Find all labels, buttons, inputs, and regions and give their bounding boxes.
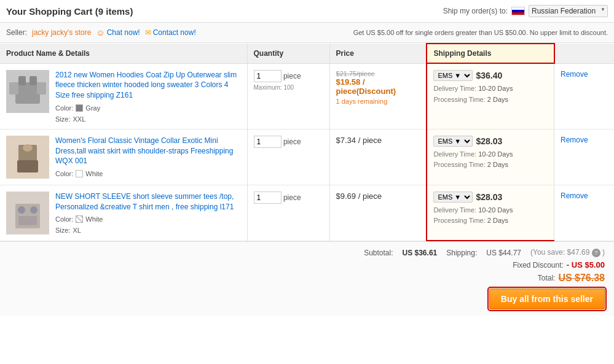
product-color-1: Color: Gray bbox=[55, 104, 241, 112]
product-thumb-2 bbox=[6, 136, 49, 179]
delivery-time-1: 10-20 Days bbox=[478, 85, 513, 92]
svg-rect-3 bbox=[30, 76, 37, 85]
remove-button-2[interactable]: Remove bbox=[561, 136, 588, 144]
original-price-1: $21.75/piece bbox=[336, 70, 420, 77]
country-select[interactable]: Russian Federation bbox=[529, 5, 608, 17]
remove-button-3[interactable]: Remove bbox=[561, 192, 588, 200]
subtotal-label: Subtotal: bbox=[364, 249, 393, 257]
delivery-label-3: Delivery Time: bbox=[433, 206, 478, 214]
remove-button-1[interactable]: Remove bbox=[561, 70, 588, 79]
mail-icon: ✉ bbox=[145, 28, 151, 37]
color-value-1: Gray bbox=[85, 104, 100, 112]
seller-info: Seller: jacky jacky's store ☺ Chat now! … bbox=[6, 28, 196, 37]
size-value-1: XXL bbox=[73, 115, 85, 123]
col-header-action bbox=[554, 44, 614, 63]
product-title-3[interactable]: NEW SHORT SLEEVE short sleeve summer tee… bbox=[55, 192, 241, 212]
remaining-1: 1 days remaining bbox=[336, 98, 420, 105]
product-info-3: NEW SHORT SLEEVE short sleeve summer tee… bbox=[55, 192, 241, 234]
qty-cell-2: piece bbox=[247, 129, 329, 185]
contact-now-button[interactable]: ✉ Contact now! bbox=[145, 28, 196, 37]
svg-rect-14 bbox=[18, 216, 37, 225]
seller-name-link[interactable]: jacky jacky's store bbox=[32, 28, 91, 37]
regular-price-3: $9.69 / piece bbox=[336, 192, 420, 201]
table-header-row: Product Name & Details Quantity Price Sh… bbox=[0, 44, 614, 63]
svg-point-8 bbox=[23, 144, 33, 152]
table-row: 2012 new Women Hoodies Coat Zip Up Outer… bbox=[0, 63, 614, 129]
qty-input-3[interactable] bbox=[254, 192, 281, 204]
shipping-details-2: Delivery Time: 10-20 Days Processing Tim… bbox=[433, 149, 548, 171]
savings-label: (You save: $47.69 bbox=[530, 248, 589, 257]
size-label-3: Size: bbox=[55, 227, 70, 234]
svg-rect-5 bbox=[37, 82, 46, 95]
action-cell-1: Remove bbox=[554, 63, 614, 129]
shipping-method-select-2[interactable]: EMS ▼ bbox=[433, 136, 473, 147]
product-title-1[interactable]: 2012 new Women Hoodies Coat Zip Up Outer… bbox=[55, 70, 241, 101]
shipping-price-2: $28.03 bbox=[476, 136, 502, 146]
savings-help-icon[interactable]: ? bbox=[592, 249, 600, 257]
chat-now-button[interactable]: ☺ Chat now! bbox=[96, 28, 140, 37]
product-thumb-3 bbox=[6, 192, 49, 234]
product-title-2[interactable]: Women's Floral Classic Vintage Collar Ex… bbox=[55, 136, 241, 166]
shipping-summary-value: US $44.77 bbox=[486, 249, 521, 257]
product-color-2: Color: White bbox=[55, 170, 241, 177]
color-swatch-2 bbox=[76, 170, 83, 177]
processing-time-3: 2 Days bbox=[487, 217, 508, 224]
chat-icon: ☺ bbox=[96, 28, 104, 37]
product-size-3: Size: XL bbox=[55, 227, 241, 234]
shipping-method-select-3[interactable]: EMS ▼ bbox=[433, 192, 473, 203]
svg-rect-2 bbox=[18, 76, 26, 85]
product-image-3 bbox=[6, 192, 49, 234]
qty-unit-3: piece bbox=[283, 193, 301, 202]
color-swatch-1 bbox=[76, 104, 83, 112]
shipping-price-3: $28.03 bbox=[476, 192, 502, 202]
svg-rect-4 bbox=[9, 82, 18, 95]
top-header: Your Shopping Cart (9 items) Ship my ord… bbox=[0, 0, 614, 23]
color-label-3: Color: bbox=[55, 215, 73, 223]
total-row: Total: US $76.38 bbox=[9, 273, 605, 284]
processing-label-1: Processing Time: bbox=[433, 96, 487, 103]
product-cell-3: NEW SHORT SLEEVE short sleeve summer tee… bbox=[0, 185, 247, 241]
table-row: Women's Floral Classic Vintage Collar Ex… bbox=[0, 129, 614, 185]
svg-rect-9 bbox=[17, 160, 38, 172]
qty-unit-1: piece bbox=[283, 72, 301, 80]
fixed-discount-value: - US $5.00 bbox=[567, 260, 605, 269]
qty-unit-2: piece bbox=[283, 137, 301, 146]
color-swatch-3 bbox=[76, 215, 83, 223]
discount-price-1: $19.58 / piece(Discount) bbox=[336, 77, 420, 96]
product-info-1: 2012 new Women Hoodies Coat Zip Up Outer… bbox=[55, 70, 241, 123]
ship-to-section: Ship my order(s) to: Russian Federation bbox=[443, 5, 608, 17]
shipping-select-wrapper-2: EMS ▼ $28.03 bbox=[433, 136, 548, 147]
country-select-wrapper[interactable]: Russian Federation bbox=[529, 5, 608, 17]
summary-row: Subtotal: US $36.61 Shipping: US $44.77 … bbox=[9, 248, 605, 257]
chat-label: Chat now! bbox=[107, 28, 140, 37]
delivery-time-2: 10-20 Days bbox=[478, 150, 513, 158]
shipping-method-select-1[interactable]: EMS ▼ bbox=[433, 70, 473, 81]
delivery-time-3: 10-20 Days bbox=[478, 206, 513, 214]
color-value-2: White bbox=[85, 170, 103, 177]
product-color-3: Color: White bbox=[55, 215, 241, 223]
price-cell-3: $9.69 / piece bbox=[329, 185, 427, 241]
delivery-label-2: Delivery Time: bbox=[433, 150, 478, 158]
page-title: Your Shopping Cart (9 items) bbox=[6, 6, 133, 17]
product-image-2 bbox=[6, 136, 49, 179]
qty-input-2[interactable] bbox=[254, 136, 281, 148]
shipping-cell-1: EMS ▼ $36.40 Delivery Time: 10-20 Days P… bbox=[427, 63, 554, 129]
size-label-1: Size: bbox=[55, 115, 70, 123]
ship-label: Ship my order(s) to: bbox=[443, 7, 508, 15]
col-header-product: Product Name & Details bbox=[0, 44, 247, 63]
qty-input-1[interactable] bbox=[254, 70, 281, 82]
shipping-price-1: $36.40 bbox=[476, 71, 502, 80]
seller-label: Seller: bbox=[6, 28, 27, 37]
size-value-3: XL bbox=[73, 227, 81, 234]
subtotal-value: US $36.61 bbox=[403, 249, 438, 257]
price-cell-1: $21.75/piece $19.58 / piece(Discount) 1 … bbox=[329, 63, 427, 129]
color-label-2: Color: bbox=[55, 170, 73, 177]
buy-all-button[interactable]: Buy all from this seller bbox=[489, 288, 605, 309]
product-image-1 bbox=[6, 70, 49, 113]
contact-label: Contact now! bbox=[153, 28, 196, 37]
product-size-1: Size: XXL bbox=[55, 115, 241, 123]
processing-label-3: Processing Time: bbox=[433, 217, 487, 224]
cart-table: Product Name & Details Quantity Price Sh… bbox=[0, 43, 614, 241]
col-header-price: Price bbox=[329, 44, 427, 63]
total-value: US $76.38 bbox=[558, 273, 605, 284]
